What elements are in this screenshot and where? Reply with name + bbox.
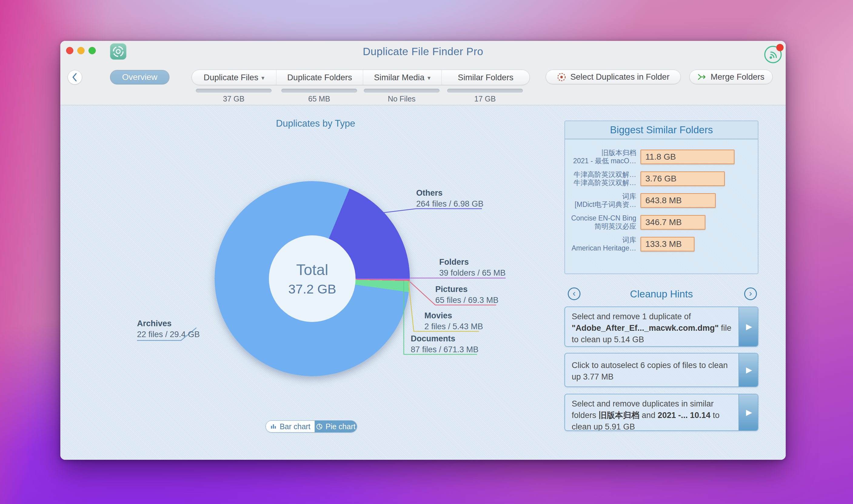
tab-label: Duplicate Files bbox=[204, 73, 258, 83]
similar-folder-name: 词库[MDict电子词典资… bbox=[568, 192, 636, 209]
similar-folder-row: 牛津高阶英汉双解…牛津高阶英汉双解…3.76 GB bbox=[568, 172, 725, 186]
tab-duplicate-files[interactable]: Duplicate Files▾ bbox=[192, 70, 276, 85]
pie-chart-icon bbox=[316, 423, 323, 430]
chevron-down-icon: ▾ bbox=[428, 74, 431, 82]
tab-meter: No Files bbox=[364, 89, 439, 103]
sync-status-icon[interactable] bbox=[764, 45, 782, 64]
tab-similar-media[interactable]: Similar Media▾ bbox=[363, 70, 441, 85]
similar-folder-size-bar[interactable]: 346.7 MB bbox=[641, 215, 706, 230]
tab-duplicate-folders[interactable]: Duplicate Folders bbox=[276, 70, 363, 85]
pie-label-documents: Documents 87 files / 671.3 MB bbox=[411, 334, 478, 355]
pie-chart-toggle[interactable]: Pie chart bbox=[315, 421, 357, 432]
chart-type-toggle: Bar chart Pie chart bbox=[265, 420, 357, 433]
hint-action-button[interactable]: ▶ bbox=[738, 354, 758, 386]
notification-badge bbox=[776, 44, 784, 51]
panel-title: Biggest Similar Folders bbox=[565, 121, 758, 139]
tab-label: Similar Media bbox=[374, 73, 425, 83]
cleanup-hints-title: Cleanup Hints bbox=[564, 288, 759, 300]
select-duplicates-in-folder-button[interactable]: Select Duplicates in Folder bbox=[546, 70, 681, 84]
tab-label: Duplicate Folders bbox=[288, 73, 352, 83]
chevron-down-icon: ▾ bbox=[261, 74, 264, 82]
hint-text: Select and remove duplicates in similarf… bbox=[565, 394, 738, 430]
similar-folder-size: 643.8 MB bbox=[645, 196, 682, 205]
pie-label-archives: Archives 22 files / 29.4 GB bbox=[137, 318, 200, 340]
select-duplicates-label: Select Duplicates in Folder bbox=[570, 72, 669, 82]
app-window: Duplicate File Finder Pro Overview Dupli… bbox=[60, 41, 786, 460]
similar-folder-name: 旧版本归档2021 - 最低 macO… bbox=[568, 149, 636, 165]
cleanup-hint-card[interactable]: Select and remove duplicates in similarf… bbox=[564, 394, 759, 431]
similar-folder-row: 旧版本归档2021 - 最低 macO…11.8 GB bbox=[568, 150, 734, 164]
tab-meter-bar bbox=[281, 89, 357, 93]
cleanup-hint-card[interactable]: Select and remove 1 duplicate of"Adobe_A… bbox=[564, 307, 759, 347]
bar-chart-icon bbox=[270, 423, 277, 430]
similar-folder-size: 3.76 GB bbox=[645, 174, 677, 183]
pie-chart-label: Pie chart bbox=[326, 422, 355, 431]
tab-size-label: 17 GB bbox=[447, 94, 523, 103]
play-icon: ▶ bbox=[746, 408, 752, 417]
similar-folder-name: 牛津高阶英汉双解…牛津高阶英汉双解… bbox=[568, 170, 636, 187]
bar-chart-toggle[interactable]: Bar chart bbox=[266, 421, 315, 432]
chart-title: Duplicates by Type bbox=[194, 118, 437, 129]
pie-label-movies: Movies 2 files / 5.43 MB bbox=[424, 310, 483, 332]
similar-folder-size-bar[interactable]: 11.8 GB bbox=[641, 150, 734, 164]
similar-folder-row: Concise EN-CN Bing简明英汉必应346.7 MB bbox=[568, 215, 706, 230]
hint-action-button[interactable]: ▶ bbox=[738, 307, 758, 346]
hints-next-button[interactable]: › bbox=[744, 287, 757, 300]
chevron-left-icon bbox=[68, 70, 82, 84]
pie-label-folders: Folders 39 folders / 65 MB bbox=[439, 257, 506, 278]
overview-button[interactable]: Overview bbox=[110, 70, 170, 85]
hint-text: Select and remove 1 duplicate of"Adobe_A… bbox=[565, 307, 738, 346]
total-value: 37.2 GB bbox=[288, 282, 336, 296]
pie-label-others: Others 264 files / 6.98 GB bbox=[416, 188, 484, 209]
similar-folder-row: 词库[MDict电子词典资…643.8 MB bbox=[568, 193, 716, 208]
similar-folder-size: 133.3 MB bbox=[645, 239, 682, 249]
merge-icon bbox=[697, 72, 707, 82]
similar-folder-size-bar[interactable]: 133.3 MB bbox=[641, 237, 695, 251]
tab-label: Similar Folders bbox=[458, 73, 513, 83]
tab-size-label: 65 MB bbox=[281, 94, 357, 103]
cleanup-hint-card[interactable]: Click to autoselect 6 copies of files to… bbox=[564, 353, 759, 387]
tab-meter: 17 GB bbox=[447, 89, 523, 103]
biggest-similar-folders-panel: Biggest Similar Folders 旧版本归档2021 - 最低 m… bbox=[564, 121, 759, 274]
main-content: Duplicates by Type Total 37.2 GB Others … bbox=[60, 105, 786, 460]
similar-folder-name: 词库American Heritage… bbox=[568, 236, 636, 252]
tab-meter-bar bbox=[364, 89, 439, 93]
dashed-target-icon bbox=[557, 72, 566, 82]
back-button[interactable] bbox=[68, 70, 82, 85]
donut-chart[interactable]: Total 37.2 GB bbox=[215, 181, 410, 376]
tab-meter: 65 MB bbox=[281, 89, 357, 103]
tab-similar-folders[interactable]: Similar Folders bbox=[441, 70, 529, 85]
tab-meter: 37 GB bbox=[196, 89, 272, 103]
similar-folder-size-bar[interactable]: 643.8 MB bbox=[641, 193, 716, 208]
play-icon: ▶ bbox=[746, 322, 752, 331]
play-icon: ▶ bbox=[746, 365, 752, 375]
similar-folder-size: 346.7 MB bbox=[645, 217, 682, 227]
desktop-wallpaper: Duplicate File Finder Pro Overview Dupli… bbox=[0, 0, 853, 504]
bar-chart-label: Bar chart bbox=[280, 422, 310, 431]
tab-size-label: 37 GB bbox=[196, 94, 272, 103]
tab-size-label: No Files bbox=[364, 94, 439, 103]
window-chrome: Duplicate File Finder Pro Overview Dupli… bbox=[60, 41, 786, 105]
similar-folder-size: 11.8 GB bbox=[645, 152, 676, 162]
similar-folder-row: 词库American Heritage…133.3 MB bbox=[568, 237, 695, 251]
tab-group: Duplicate Files▾Duplicate FoldersSimilar… bbox=[192, 70, 530, 85]
merge-folders-label: Merge Folders bbox=[711, 72, 764, 82]
tab-meter-bar bbox=[447, 89, 523, 93]
window-title: Duplicate File Finder Pro bbox=[60, 46, 786, 57]
hint-text: Click to autoselect 6 copies of files to… bbox=[565, 354, 738, 386]
pie-label-pictures: Pictures 65 files / 69.3 MB bbox=[435, 284, 499, 305]
similar-folder-name: Concise EN-CN Bing简明英汉必应 bbox=[568, 214, 636, 231]
total-label: Total bbox=[296, 261, 328, 278]
hint-action-button[interactable]: ▶ bbox=[738, 394, 758, 430]
donut-center: Total 37.2 GB bbox=[269, 235, 355, 322]
merge-folders-button[interactable]: Merge Folders bbox=[689, 70, 773, 84]
similar-folder-size-bar[interactable]: 3.76 GB bbox=[641, 172, 725, 186]
tab-meter-bar bbox=[196, 89, 272, 93]
